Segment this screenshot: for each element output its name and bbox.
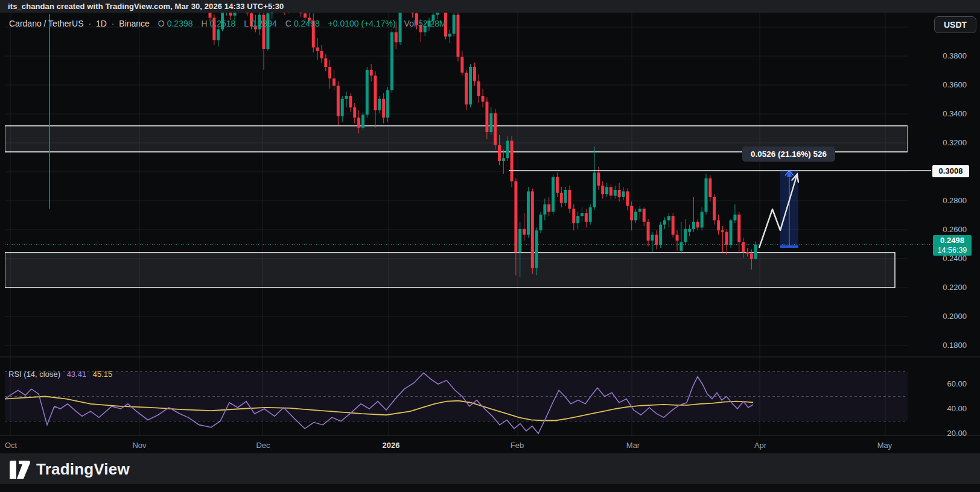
- last-price-label[interactable]: 0.2498 14:56:39: [933, 235, 972, 256]
- interval-value[interactable]: 1D: [96, 19, 107, 28]
- high-value: 0.2518: [210, 19, 236, 28]
- measure-tooltip: 0.0526 (21.16%) 526: [742, 147, 835, 162]
- snapshot-title: its_chandan created with TradingView.com…: [8, 2, 284, 11]
- price-tick-label: 0.2000: [943, 311, 967, 322]
- legend-separator: ·: [88, 19, 91, 28]
- rsi-tick-label: 20.00: [947, 428, 967, 439]
- change-value: +0.0100 (+4.17%): [328, 19, 396, 28]
- currency-toggle-button[interactable]: USDT: [934, 16, 976, 33]
- close-value: 0.2498: [294, 19, 320, 28]
- price-tick-label: 0.3400: [943, 109, 967, 119]
- price-tick-label: 0.3800: [943, 51, 967, 62]
- time-tick-label: 2026: [383, 440, 400, 451]
- price-tick-label: 0.2800: [943, 195, 967, 206]
- price-tick-label: 0.3200: [943, 137, 967, 148]
- exchange-name: Binance: [119, 19, 150, 28]
- low-label: L: [244, 19, 249, 28]
- tradingview-brand[interactable]: TradingView: [10, 460, 130, 479]
- legend-separator: ·: [112, 19, 115, 28]
- high-label: H: [201, 19, 207, 28]
- close-label: C: [285, 19, 291, 28]
- rsi-legend[interactable]: RSI (14, close) 43.41 45.15: [8, 370, 112, 379]
- rsi-params: (14, close): [24, 370, 60, 379]
- time-tick-label: Feb: [511, 440, 524, 451]
- price-tick-label: 0.2200: [943, 282, 967, 293]
- time-tick-label: May: [877, 440, 892, 451]
- symbol-title[interactable]: Cardano / TetherUS: [9, 19, 83, 28]
- time-tick-label: Oct: [5, 440, 17, 451]
- time-tick-label: Apr: [754, 440, 766, 451]
- snapshot-title-bar: its_chandan created with TradingView.com…: [0, 0, 980, 13]
- time-tick-label: Mar: [626, 440, 640, 451]
- candle-countdown: 14:56:39: [933, 245, 972, 255]
- rsi-value: 43.41: [67, 370, 87, 379]
- tradingview-snapshot: its_chandan created with TradingView.com…: [0, 0, 980, 492]
- rsi-ma-value: 45.15: [93, 370, 113, 379]
- low-value: 0.2394: [251, 19, 277, 28]
- volume-value: 52.28M: [418, 19, 447, 28]
- rsi-tick-label: 40.00: [947, 403, 967, 414]
- rsi-tick-label: 60.00: [947, 379, 967, 390]
- price-tick-label: 0.1800: [943, 340, 967, 351]
- price-tick-label: 0.2600: [943, 224, 967, 235]
- open-label: O: [158, 19, 165, 28]
- time-tick-label: Nov: [132, 440, 146, 451]
- last-price-value: 0.2498: [933, 235, 972, 245]
- symbol-legend[interactable]: Cardano / TetherUS · 1D · Binance O0.239…: [9, 19, 449, 28]
- footer-bar: TradingView: [0, 454, 980, 492]
- price-tick-label: 0.3600: [943, 80, 967, 90]
- tradingview-logo-icon: [10, 461, 30, 479]
- tradingview-logo-text: TradingView: [36, 460, 130, 479]
- demand-zone[interactable]: [5, 253, 895, 288]
- open-value: 0.2398: [167, 19, 193, 28]
- price-line-label[interactable]: 0.3008: [932, 165, 969, 177]
- footer-dark-strip: [0, 484, 980, 492]
- rsi-title[interactable]: RSI: [8, 370, 22, 379]
- candlestick-chart[interactable]: [0, 0, 980, 492]
- volume-label: Vol: [404, 19, 416, 28]
- time-tick-label: Dec: [256, 440, 270, 451]
